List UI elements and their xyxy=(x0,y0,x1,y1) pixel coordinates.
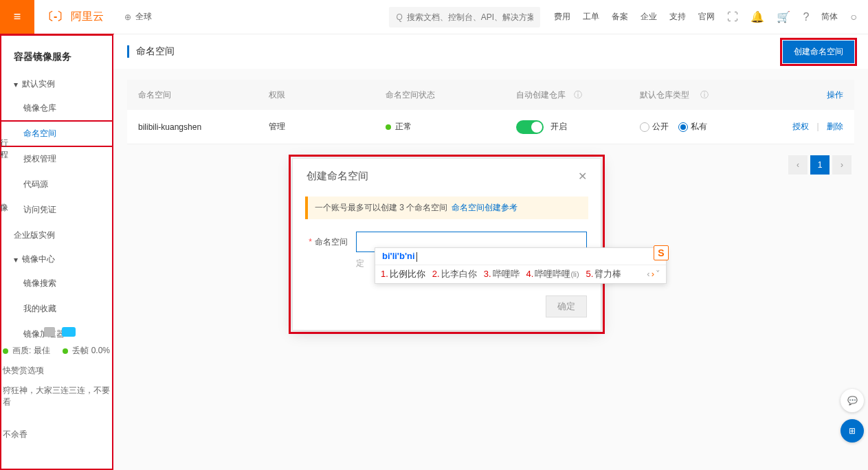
chat-icon[interactable]: 💬 xyxy=(841,389,864,412)
ime-nav[interactable]: ‹›˅ xyxy=(647,269,660,279)
namespace-label: *命名空间 xyxy=(307,236,348,248)
modal-title: 创建命名空间 xyxy=(307,170,368,183)
alert-link[interactable]: 命名空间创建参考 xyxy=(452,203,518,212)
modal-layer: 创建命名空间 ✕ 一个账号最多可以创建 3 个命名空间 命名空间创建参考 *命名… xyxy=(0,0,868,470)
modal-alert: 一个账号最多可以创建 3 个命名空间 命名空间创建参考 xyxy=(305,197,588,219)
ime-composition: bi'li'b'ni xyxy=(375,248,666,265)
ime-candidate[interactable]: 2.比李白你 xyxy=(432,268,477,280)
ime-candidate[interactable]: 1.比例比你 xyxy=(381,268,425,280)
ime-candidates: 1.比例比你 2.比李白你 3.哔哩哔 4.哔哩哔哩(li) 5.臂力棒 ‹›˅ xyxy=(375,265,666,283)
create-namespace-modal: 创建命名空间 ✕ 一个账号最多可以创建 3 个命名空间 命名空间创建参考 *命名… xyxy=(292,158,601,331)
chevron-down-icon: ˅ xyxy=(656,269,660,279)
hint-prefix: 定 xyxy=(356,258,364,269)
ime-popup: S bi'li'b'ni 1.比例比你 2.比李白你 3.哔哩哔 4.哔哩哔哩(… xyxy=(375,247,667,284)
chevron-right-icon: › xyxy=(652,269,654,279)
ime-candidate[interactable]: 3.哔哩哔 xyxy=(484,268,520,280)
ime-candidate[interactable]: 5.臂力棒 xyxy=(586,268,622,280)
ime-candidate[interactable]: 4.哔哩哔哩(li) xyxy=(526,268,579,280)
apps-icon[interactable]: ⊞ xyxy=(841,419,864,443)
floating-actions: 💬 ⊞ xyxy=(841,389,864,443)
underlay-side: 行程 像 xyxy=(0,137,12,223)
sogou-logo-icon: S xyxy=(654,245,669,260)
close-icon[interactable]: ✕ xyxy=(578,170,587,183)
confirm-button[interactable]: 确定 xyxy=(546,295,587,317)
chevron-left-icon: ‹ xyxy=(647,269,649,279)
